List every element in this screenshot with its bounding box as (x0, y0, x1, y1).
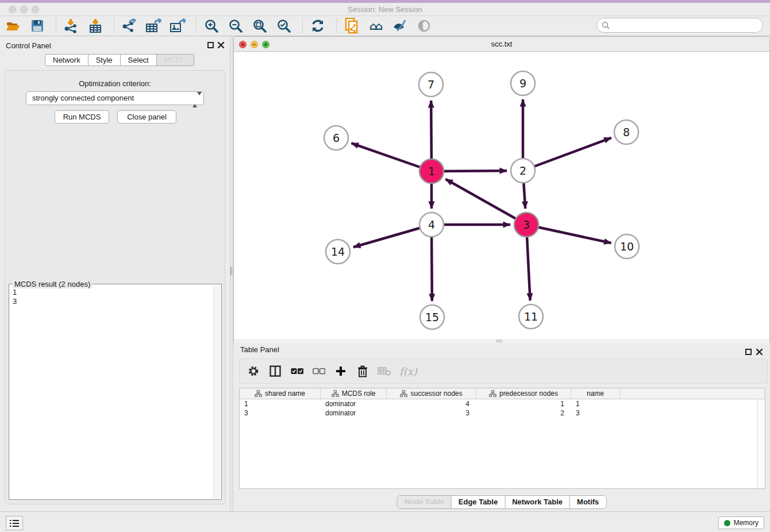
graph-node-8[interactable]: 8 (614, 120, 638, 144)
graph-edge-3-10[interactable] (526, 225, 611, 243)
run-mcds-button[interactable]: Run MCDS (55, 110, 109, 124)
zoom-in-icon[interactable] (203, 18, 220, 34)
graph-node-11[interactable]: 11 (519, 304, 543, 329)
tab-edge-table[interactable]: Edge Table (451, 496, 505, 508)
tab-network-table[interactable]: Network Table (505, 496, 569, 508)
network-window-titlebar[interactable]: scc.txt (234, 37, 769, 52)
network-close-button[interactable] (239, 41, 247, 48)
float-table-panel-icon[interactable] (745, 349, 752, 355)
svg-text:8: 8 (623, 126, 630, 138)
search-box[interactable] (596, 18, 763, 33)
tab-select[interactable]: Select (121, 54, 157, 66)
zoom-fit-icon[interactable] (252, 18, 268, 34)
graph-node-6[interactable]: 6 (324, 126, 348, 150)
column-header-shared-name[interactable]: shared name (240, 388, 321, 399)
hide-selected-icon[interactable] (392, 18, 408, 34)
graph-node-2[interactable]: 2 (511, 159, 535, 183)
toolbar-separator (196, 18, 197, 33)
add-column-icon[interactable] (334, 364, 348, 378)
node-table[interactable]: shared nameMCDS rolesuccessor nodesprede… (239, 388, 765, 489)
search-icon (602, 21, 610, 29)
table-cell[interactable]: 3 (240, 408, 321, 418)
column-tree-icon (255, 390, 262, 397)
graph-node-7[interactable]: 7 (419, 72, 443, 97)
refresh-icon[interactable] (310, 18, 326, 34)
open-file-icon[interactable] (5, 18, 21, 34)
table-row[interactable]: 1dominator411 (240, 399, 765, 408)
mcds-result-title: MCDS result (2 nodes) (13, 280, 92, 288)
first-neighbors-icon[interactable]: ⌂⌂ (368, 18, 384, 34)
gear-icon[interactable] (247, 364, 260, 378)
status-bar: Memory (0, 511, 770, 532)
clone-network-icon[interactable] (344, 18, 360, 34)
table-cell[interactable]: 2 (476, 408, 571, 418)
table-cell[interactable]: 4 (387, 399, 476, 408)
column-header-successor-nodes[interactable]: successor nodes (387, 388, 476, 399)
table-cell[interactable]: 1 (240, 399, 321, 408)
control-panel-tabs: NetworkStyleSelectMCDS (45, 54, 194, 66)
table-row[interactable]: 3dominator323 (240, 408, 765, 418)
close-table-panel-icon[interactable] (756, 348, 763, 356)
export-network-icon[interactable] (121, 18, 137, 34)
graph-node-1[interactable]: 1 (419, 159, 444, 183)
minimize-window-button[interactable] (20, 6, 28, 13)
graph-node-3[interactable]: 3 (514, 213, 538, 237)
table-panel: Table Panel f(x) shared nameMCDS rolesuc… (233, 343, 770, 511)
split-columns-icon[interactable] (268, 364, 282, 378)
import-network-icon[interactable] (63, 18, 79, 34)
import-table-icon[interactable] (87, 18, 103, 34)
network-minimize-button[interactable] (251, 41, 258, 48)
column-header-MCDS-role[interactable]: MCDS role (321, 388, 387, 399)
table-cell[interactable]: 3 (571, 408, 620, 418)
close-window-button[interactable] (9, 6, 16, 13)
network-hscrollbar-thumb[interactable] (496, 340, 502, 342)
zoom-out-icon[interactable] (228, 18, 244, 34)
zoom-selected-icon[interactable] (276, 18, 292, 34)
table-vscrollbar[interactable] (757, 399, 765, 488)
deselect-checks-icon[interactable] (312, 364, 326, 378)
graph-edge-2-8[interactable] (523, 138, 611, 171)
export-image-icon[interactable] (170, 18, 186, 34)
network-hscrollbar[interactable] (234, 339, 769, 343)
graph-node-15[interactable]: 15 (420, 305, 444, 329)
svg-text:15: 15 (425, 311, 439, 323)
svg-text:11: 11 (524, 310, 538, 323)
graph-node-14[interactable]: 14 (326, 240, 350, 264)
search-input[interactable] (613, 21, 756, 30)
delete-column-icon[interactable] (356, 364, 369, 378)
tab-mcds[interactable]: MCDS (157, 54, 194, 66)
memory-button[interactable]: Memory (718, 516, 764, 529)
result-scrollbar[interactable] (213, 285, 221, 499)
tab-node-table[interactable]: Node Table (398, 496, 451, 508)
zoom-window-button[interactable] (32, 6, 39, 13)
criterion-dropdown[interactable]: strongly connected component (26, 91, 204, 105)
table-cell[interactable]: 1 (476, 399, 571, 408)
table-cell[interactable]: dominator (321, 399, 387, 408)
table-cell[interactable]: dominator (321, 408, 387, 418)
column-header-predecessor-nodes[interactable]: predecessor nodes (476, 388, 571, 399)
table-cell[interactable]: 3 (387, 408, 476, 418)
network-graph[interactable]: 7968124314101511 (234, 52, 769, 339)
graph-node-9[interactable]: 9 (511, 71, 535, 95)
network-canvas[interactable]: 7968124314101511 (234, 52, 769, 339)
network-maximize-button[interactable] (262, 41, 270, 48)
tab-style[interactable]: Style (88, 54, 121, 66)
table-cell[interactable]: 1 (571, 399, 620, 408)
graph-edge-3-1[interactable] (445, 179, 526, 225)
close-panel-icon[interactable] (217, 41, 225, 49)
tab-network[interactable]: Network (45, 54, 88, 66)
tab-motifs[interactable]: Motifs (569, 496, 606, 508)
splitter-handle[interactable] (230, 267, 232, 275)
column-header-name[interactable]: name (571, 388, 620, 399)
window-title: Session: New Session (0, 3, 770, 16)
select-all-checks-icon[interactable] (290, 364, 304, 378)
show-hidden-icon (416, 18, 432, 34)
export-table-icon[interactable] (145, 18, 161, 34)
float-panel-icon[interactable] (207, 42, 214, 48)
close-panel-button[interactable]: Close panel (117, 110, 176, 124)
mcds-panel: Optimization criterion: strongly connect… (5, 70, 225, 504)
graph-node-10[interactable]: 10 (615, 234, 639, 259)
save-session-icon[interactable] (29, 18, 45, 34)
graph-node-4[interactable]: 4 (419, 213, 444, 237)
task-history-button[interactable] (6, 516, 23, 530)
